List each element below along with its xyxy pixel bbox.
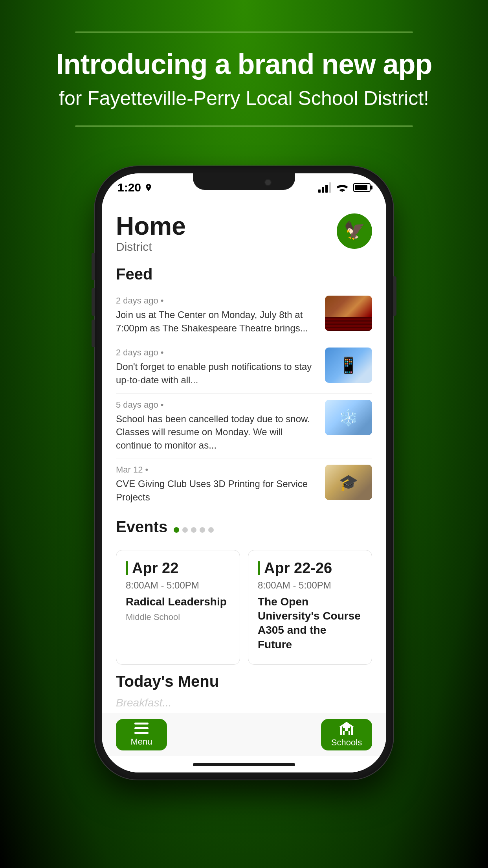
- status-time: 1:20: [117, 181, 153, 194]
- wifi-icon: [336, 183, 349, 192]
- feed-description: Join us at The Center on Monday, July 8t…: [116, 308, 319, 335]
- dot-2: [182, 527, 188, 533]
- event-date-line: Apr 22: [126, 560, 230, 577]
- camera-dot: [264, 179, 272, 186]
- events-cards: Apr 22 8:00AM - 5:00PM Radical Leadershi…: [116, 550, 372, 665]
- feed-description: Don't forget to enable push notification…: [116, 360, 319, 386]
- feed-item[interactable]: 2 days ago • Don't forget to enable push…: [116, 341, 372, 393]
- battery-icon: [353, 183, 371, 192]
- menu-section: Today's Menu Breakfast...: [102, 665, 386, 709]
- events-header: Events: [116, 518, 372, 542]
- schools-label: Schools: [331, 737, 362, 748]
- feed-meta: 2 days ago •: [116, 296, 319, 306]
- schools-nav-button[interactable]: Schools: [321, 719, 372, 750]
- students-thumbnail: [325, 465, 372, 500]
- svg-rect-2: [134, 723, 149, 725]
- app-header: Home District 🦅: [102, 202, 386, 261]
- menu-icon: [134, 723, 149, 734]
- feed-item-text: 2 days ago • Join us at The Center on Mo…: [116, 296, 319, 335]
- event-name: Radical Leadership: [126, 595, 230, 609]
- feed-item[interactable]: 5 days ago • School has been cancelled t…: [116, 394, 372, 459]
- menu-placeholder: Breakfast...: [116, 697, 372, 709]
- events-pagination: [174, 527, 214, 533]
- feed-item-text: Mar 12 • CVE Giving Club Uses 3D Printin…: [116, 465, 319, 504]
- svg-marker-6: [339, 722, 354, 727]
- feed-item[interactable]: 2 days ago • Join us at The Center on Mo…: [116, 289, 372, 341]
- page-title: Home: [116, 213, 186, 239]
- menu-label: Menu: [130, 737, 152, 747]
- status-right: [318, 182, 371, 193]
- event-time: 8:00AM - 5:00PM: [126, 580, 230, 591]
- phone-screen: 1:20: [102, 173, 386, 772]
- dot-5: [208, 527, 214, 533]
- feed-item-text: 5 days ago • School has been cancelled t…: [116, 400, 319, 452]
- phone-mockup: 1:20: [95, 166, 393, 780]
- notch: [193, 173, 295, 190]
- signal-icon: [318, 182, 331, 193]
- snow-thumbnail: [325, 400, 372, 435]
- svg-rect-4: [134, 732, 149, 734]
- dot-1: [174, 527, 179, 533]
- dot-4: [200, 527, 205, 533]
- feed-thumbnail: [325, 400, 372, 435]
- event-card[interactable]: Apr 22-26 8:00AM - 5:00PM The Open Unive…: [248, 550, 372, 665]
- event-location: Middle School: [126, 612, 230, 622]
- feed-thumbnail: [325, 465, 372, 500]
- svg-rect-3: [134, 727, 149, 729]
- theater-thumbnail: [325, 296, 372, 331]
- district-label: District: [116, 240, 186, 254]
- bottom-divider: [75, 125, 413, 127]
- event-accent: [258, 561, 260, 575]
- events-section: Events: [102, 510, 386, 665]
- app-content: Home District 🦅 Feed: [102, 202, 386, 772]
- main-subheadline: for Fayetteville-Perry Local School Dist…: [59, 87, 429, 110]
- top-section: Introducing a brand new app for Fayettev…: [0, 0, 488, 143]
- phone-thumbnail: [325, 348, 372, 383]
- event-name: The Open University's Course A305 and th…: [258, 595, 362, 652]
- schools-icon: [339, 722, 354, 735]
- feed-description: School has been cancelled today due to s…: [116, 412, 319, 452]
- bottom-nav: Menu: [102, 713, 386, 756]
- feed-description: CVE Giving Club Uses 3D Printing for Ser…: [116, 477, 319, 504]
- header-text: Home District: [116, 213, 186, 254]
- menu-title: Today's Menu: [116, 673, 372, 690]
- feed-item[interactable]: Mar 12 • CVE Giving Club Uses 3D Printin…: [116, 458, 372, 510]
- status-bar: 1:20: [102, 173, 386, 202]
- feed-title: Feed: [116, 265, 372, 283]
- top-divider: [75, 31, 413, 33]
- home-indicator-area: [102, 756, 386, 772]
- mascot-icon: 🦅: [338, 215, 371, 248]
- event-accent: [126, 561, 128, 575]
- event-date: Apr 22-26: [264, 560, 332, 577]
- event-card[interactable]: Apr 22 8:00AM - 5:00PM Radical Leadershi…: [116, 550, 240, 665]
- location-icon: [144, 183, 153, 192]
- feed-section: Feed 2 days ago • Join us at The Center …: [102, 261, 386, 510]
- svg-rect-9: [345, 731, 349, 735]
- event-time: 8:00AM - 5:00PM: [258, 580, 362, 591]
- feed-meta: 5 days ago •: [116, 400, 319, 410]
- dot-3: [191, 527, 196, 533]
- svg-rect-10: [342, 726, 343, 735]
- feed-meta: 2 days ago •: [116, 348, 319, 358]
- feed-thumbnail: [325, 348, 372, 383]
- home-indicator: [193, 763, 295, 766]
- avatar[interactable]: 🦅: [337, 213, 372, 249]
- main-headline: Introducing a brand new app: [56, 49, 432, 80]
- feed-meta: Mar 12 •: [116, 465, 319, 475]
- feed-thumbnail: [325, 296, 372, 331]
- event-date: Apr 22: [132, 560, 178, 577]
- event-date-line: Apr 22-26: [258, 560, 362, 577]
- events-title: Events: [116, 518, 167, 536]
- phone-frame: 1:20: [95, 166, 393, 780]
- menu-nav-button[interactable]: Menu: [116, 719, 167, 750]
- svg-rect-11: [350, 726, 351, 735]
- feed-item-text: 2 days ago • Don't forget to enable push…: [116, 348, 319, 386]
- svg-text:🦅: 🦅: [344, 220, 365, 241]
